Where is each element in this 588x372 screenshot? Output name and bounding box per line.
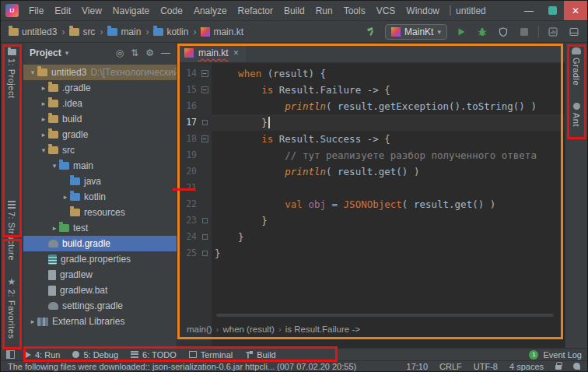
tree-item-build-gradle[interactable]: build.gradle — [23, 236, 177, 251]
event-log-button[interactable]: Event Log — [543, 350, 582, 360]
code-line-25[interactable]: 25} — [177, 245, 565, 261]
tree-arrow[interactable]: ▸ — [50, 224, 59, 232]
fold-marker[interactable]: − — [199, 65, 210, 82]
tree-arrow[interactable]: ▸ — [39, 115, 48, 123]
editor-breadcrumb-when-result[interactable]: when (result) — [222, 325, 274, 334]
fold-minus-icon[interactable]: − — [201, 86, 208, 93]
stripe-button-build[interactable]: Build — [245, 350, 275, 360]
code-line-20[interactable]: 20 println( result.get() ) — [177, 163, 565, 180]
tree-item-build[interactable]: ▸build — [23, 111, 177, 127]
stripe-button-5-debug[interactable]: 5: Debug — [72, 350, 118, 360]
file-encoding-indicator[interactable]: UTF-8 — [474, 362, 498, 371]
editor-breadcrumb-is-result-failure[interactable]: is Result.Failure -> — [285, 325, 360, 334]
stripe-button-gradle[interactable]: Gradle — [572, 47, 581, 86]
gear-icon[interactable]: ⚙ — [145, 47, 154, 58]
tree-arrow[interactable]: ▸ — [39, 131, 48, 139]
tree-item-gradlew-bat[interactable]: gradlew.bat — [23, 283, 177, 298]
layout-icon[interactable] — [567, 25, 581, 39]
horizontal-scrollbar[interactable] — [216, 314, 554, 317]
tool-window-switcher-icon[interactable] — [6, 350, 15, 359]
indent-indicator[interactable]: 4 spaces — [509, 362, 544, 371]
tree-item-src[interactable]: ▾src — [23, 142, 177, 158]
code-line-22[interactable]: 22 val obj = JSONObject( result.get() ) — [177, 196, 565, 212]
coverage-button[interactable] — [496, 25, 510, 39]
tree-item-gradle[interactable]: ▸.gradle — [23, 80, 177, 96]
menu-tools[interactable]: Tools — [338, 5, 371, 16]
menu-build[interactable]: Build — [278, 5, 310, 16]
tree-item-java[interactable]: java — [23, 174, 177, 189]
code-line-23[interactable]: 23 } — [177, 212, 565, 229]
fold-marker[interactable]: − — [199, 131, 210, 147]
tree-arrow[interactable]: ▾ — [39, 146, 48, 154]
fold-minus-icon[interactable]: − — [201, 135, 208, 142]
code-line-21[interactable]: 21 — [177, 180, 565, 196]
run-config-selector[interactable]: MainKt ▾ — [385, 24, 447, 40]
menu-code[interactable]: Code — [155, 5, 188, 16]
tree-item-kotlin[interactable]: ▸kotlin — [23, 189, 177, 205]
stripe-button-2-favorites[interactable]: ★2: Favorites — [7, 278, 16, 339]
fold-marker[interactable]: − — [199, 82, 210, 98]
tree-arrow[interactable]: ▸ — [28, 318, 37, 325]
fold-marker[interactable] — [199, 114, 210, 131]
code-line-24[interactable]: 24 } — [177, 229, 565, 245]
line-separator-indicator[interactable]: CRLF — [439, 362, 462, 371]
code-line-14[interactable]: 14− when (result) { — [177, 65, 565, 82]
tree-arrow[interactable]: ▸ — [39, 84, 48, 92]
code-line-18[interactable]: 18− is Result.Success -> { — [177, 131, 565, 147]
menu-file[interactable]: File — [23, 5, 49, 16]
close-tab-icon[interactable]: ✕ — [233, 49, 240, 57]
wrench-icon[interactable] — [364, 25, 378, 39]
menu-navigate[interactable]: Navigate — [107, 5, 155, 16]
tree-item-main[interactable]: ▾main — [23, 158, 177, 174]
stripe-button-6-todo[interactable]: 6: TODO — [131, 350, 177, 360]
fold-marker[interactable] — [199, 212, 210, 229]
menu-window[interactable]: Window — [401, 5, 445, 16]
tree-arrow[interactable]: ▸ — [39, 100, 48, 107]
event-log-area[interactable]: 1 Event Log — [529, 350, 582, 360]
breadcrumb-item-main[interactable]: main — [106, 26, 142, 37]
project-panel-title[interactable]: Project — [30, 47, 61, 58]
menu-refactor[interactable]: Refactor — [233, 5, 278, 16]
stripe-button-terminal[interactable]: Terminal — [189, 350, 233, 360]
tree-item-test[interactable]: ▸test — [23, 220, 177, 236]
debug-button[interactable] — [475, 25, 489, 39]
tree-item-resources[interactable]: resources — [23, 205, 177, 220]
code-line-15[interactable]: 15− is Result.Failure -> { — [177, 82, 565, 98]
stripe-button-ant[interactable]: Ant — [572, 103, 581, 127]
breadcrumb-item-untitled3[interactable]: untitled3 — [7, 26, 58, 37]
code-editor[interactable]: 14− when (result) {15− is Result.Failure… — [177, 63, 565, 348]
tree-item-untitled3[interactable]: ▾untitled3D:\[Технологический... — [23, 65, 177, 80]
stripe-button-1-project[interactable]: 1: Project — [7, 47, 16, 98]
fold-minus-icon[interactable]: − — [201, 70, 208, 77]
tree-item-gradlew[interactable]: gradlew — [23, 267, 177, 283]
tab-main-kt[interactable]: main.kt ✕ — [177, 43, 246, 62]
menu-vcs[interactable]: VCS — [371, 5, 401, 16]
tree-arrow[interactable]: ▾ — [50, 162, 59, 170]
hide-panel-icon[interactable]: — — [161, 47, 170, 58]
close-button[interactable]: ✕ — [564, 1, 587, 20]
minimize-button[interactable]: — — [517, 1, 541, 20]
tree-item-settings-gradle[interactable]: settings.gradle — [23, 298, 177, 314]
tree-item-external-libraries[interactable]: ▸External Libraries — [23, 314, 177, 329]
locate-icon[interactable]: ◎ — [116, 47, 124, 58]
stripe-button-7-structure[interactable]: 7: Structure — [7, 201, 16, 261]
menu-view[interactable]: View — [76, 5, 107, 16]
run-button[interactable] — [454, 25, 468, 39]
menu-edit[interactable]: Edit — [49, 5, 76, 16]
tree-item-gradle[interactable]: ▸gradle — [23, 127, 177, 142]
fold-marker[interactable] — [199, 245, 210, 261]
editor-breadcrumb-main[interactable]: main() — [187, 325, 212, 334]
profiler-chart-icon[interactable] — [546, 25, 560, 39]
tree-item-idea[interactable]: ▸.idea — [23, 96, 177, 111]
lock-icon[interactable] — [555, 365, 562, 370]
code-line-19[interactable]: 19 // тут реализуете разбор полученного … — [177, 147, 565, 163]
breadcrumb-item-main-kt[interactable]: main.kt — [199, 26, 245, 37]
stripe-button-4-run[interactable]: 4: Run — [26, 350, 60, 360]
stop-button[interactable] — [517, 25, 531, 39]
fold-marker[interactable] — [199, 229, 210, 245]
maximize-button[interactable] — [541, 1, 564, 20]
breadcrumb-item-kotlin[interactable]: kotlin — [152, 26, 190, 37]
code-line-16[interactable]: 16 println( result.getException().toStri… — [177, 98, 565, 114]
hector-inspections-icon[interactable] — [573, 363, 580, 370]
tree-arrow[interactable]: ▸ — [61, 193, 70, 201]
